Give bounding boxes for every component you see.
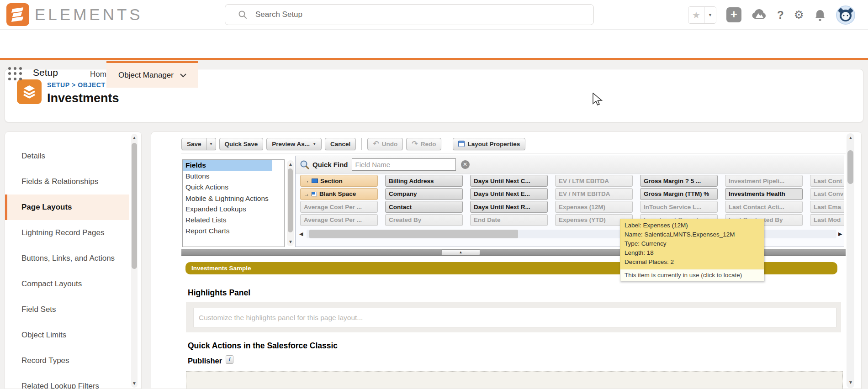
field-item[interactable]: Contact: [385, 201, 463, 213]
field-item-label: Last Contact Acti...: [729, 204, 784, 210]
field-item[interactable]: Gross Margin ? 5 ...: [640, 175, 718, 187]
favorites-star-icon[interactable]: ★: [688, 7, 704, 23]
field-item[interactable]: Company: [385, 188, 463, 200]
info-icon[interactable]: i: [226, 355, 233, 364]
field-item[interactable]: Days Until Next C...: [470, 175, 548, 187]
editor-toolbar: Save ▼ Quick Save Preview As...▼ Cancel …: [181, 136, 525, 152]
chevron-down-icon: [180, 74, 186, 78]
main-scrollbar-thumb[interactable]: [847, 150, 853, 184]
field-item[interactable]: Last Cont: [810, 175, 844, 187]
field-item[interactable]: Days Until Next E...: [470, 188, 548, 200]
sidebar-item-buttons-links-and-actions[interactable]: Buttons, Links, and Actions: [5, 246, 129, 271]
save-button[interactable]: Save: [181, 138, 207, 150]
grid-hscrollbar-thumb[interactable]: [309, 230, 518, 238]
field-item[interactable]: Billing Address: [385, 175, 463, 187]
main-scroll-up-icon[interactable]: ▲: [847, 136, 854, 140]
field-tooltip: Label: Expenses (12M)Name: SalenticaLMNT…: [620, 219, 764, 281]
palette-category-related-lists[interactable]: Related Lists: [183, 215, 272, 226]
publisher-label: Publisher: [188, 357, 222, 365]
highlights-panel-zone[interactable]: [186, 302, 841, 332]
app-launcher-icon[interactable]: [8, 67, 23, 81]
highlights-panel-title: Highlights Panel: [188, 288, 250, 298]
field-item[interactable]: Last Conv: [810, 188, 844, 200]
field-item[interactable]: Last Mod: [810, 214, 844, 226]
sidebar-item-page-layouts[interactable]: Page Layouts: [5, 194, 129, 220]
field-tooltip-footer[interactable]: This item is currently in use (click to …: [620, 269, 764, 281]
field-item[interactable]: Average Cost Per ...: [300, 214, 378, 226]
sidebar-item-details[interactable]: Details: [5, 143, 129, 169]
sidebar-item-lightning-record-pages[interactable]: Lightning Record Pages: [5, 220, 129, 246]
palette-category-quick-actions[interactable]: Quick Actions: [183, 182, 272, 193]
sidebar-item-record-types[interactable]: Record Types: [5, 348, 129, 373]
field-item[interactable]: End Date: [470, 214, 548, 226]
favorites-control: ★ ▼: [688, 6, 716, 24]
splitter-collapse-button[interactable]: ▲: [441, 249, 480, 255]
blank-space-icon: [312, 192, 317, 196]
field-item[interactable]: Expenses (12M): [555, 201, 633, 213]
highlights-panel-input[interactable]: [193, 308, 836, 327]
sidebar-item-compact-layouts[interactable]: Compact Layouts: [5, 271, 129, 297]
palette-category-buttons[interactable]: Buttons: [183, 171, 272, 182]
user-avatar[interactable]: [836, 5, 855, 25]
palette-scrollbar-thumb[interactable]: [288, 168, 293, 232]
field-item[interactable]: Created By: [385, 214, 463, 226]
field-item[interactable]: Investments Health: [725, 188, 803, 200]
field-item[interactable]: Investment Pipeli...: [725, 175, 803, 187]
field-item[interactable]: EV / NTM EBITDA: [555, 188, 633, 200]
global-search[interactable]: Search Setup: [225, 4, 594, 25]
palette-category-mobile-lightning-actions[interactable]: Mobile & Lightning Actions: [183, 193, 272, 204]
field-item[interactable]: Average Cost Per ...: [300, 201, 378, 213]
redo-button[interactable]: ↷Redo: [406, 138, 441, 150]
tab-object-manager[interactable]: Object Manager: [106, 61, 198, 88]
cancel-button[interactable]: Cancel: [325, 138, 356, 150]
field-item[interactable]: Last Contact Acti...: [725, 201, 803, 213]
sidebar-scrollbar-thumb[interactable]: [132, 143, 137, 269]
field-item-label: Expenses (YTD): [559, 216, 606, 223]
field-tooltip-body: Label: Expenses (12M)Name: SalenticaLMNT…: [620, 219, 764, 269]
setup-gear-icon[interactable]: ⚙: [794, 8, 804, 21]
palette-category-report-charts[interactable]: Report Charts: [183, 226, 272, 237]
field-item[interactable]: Gross Margin (TTM) %: [640, 188, 718, 200]
field-item-label: Days Until Next E...: [474, 190, 530, 197]
field-item-label: Days Until Next R...: [474, 204, 530, 210]
tab-object-manager-label: Object Manager: [118, 71, 174, 80]
quick-create-plus-icon[interactable]: +: [726, 7, 741, 22]
trailhead-cloud-icon[interactable]: [752, 9, 767, 21]
preview-as-button[interactable]: Preview As...▼: [266, 138, 322, 150]
field-item[interactable]: →Blank Space: [300, 188, 378, 200]
grid-scroll-right-icon[interactable]: ▶: [838, 231, 842, 237]
field-item[interactable]: →Section: [300, 175, 378, 187]
quick-save-button[interactable]: Quick Save: [219, 138, 264, 150]
sidebar-scroll-up-icon[interactable]: ▲: [131, 136, 138, 140]
save-dropdown-icon[interactable]: ▼: [207, 138, 216, 150]
field-item[interactable]: Last Ema: [810, 201, 844, 213]
quick-find-input[interactable]: [352, 158, 456, 171]
field-item[interactable]: Days Until Next R...: [470, 201, 548, 213]
sidebar-item-related-lookup-filters[interactable]: Related Lookup Filters: [5, 373, 129, 389]
undo-button[interactable]: ↶Undo: [367, 138, 403, 150]
quick-actions-dropzone[interactable]: [186, 371, 843, 389]
palette-category-expanded-lookups[interactable]: Expanded Lookups: [183, 204, 272, 215]
layout-properties-button[interactable]: Layout Properties: [453, 138, 525, 150]
field-item[interactable]: InTouch Service L...: [640, 201, 718, 213]
field-item-label: Contact: [389, 204, 412, 210]
notifications-bell-icon[interactable]: [814, 9, 826, 21]
sidebar-item-fields-relationships[interactable]: Fields & Relationships: [5, 169, 129, 194]
help-icon[interactable]: ?: [777, 9, 784, 21]
favorites-dropdown-icon[interactable]: ▼: [704, 7, 716, 23]
drag-arrow-icon: →: [304, 191, 309, 197]
sidebar-item-object-limits[interactable]: Object Limits: [5, 322, 129, 348]
quick-find-clear-icon[interactable]: ✕: [461, 160, 470, 169]
palette-scroll-up-icon[interactable]: ▲: [287, 162, 294, 167]
palette-category-fields[interactable]: Fields: [183, 160, 272, 171]
main-scroll-down-icon[interactable]: ▼: [847, 380, 854, 385]
layout-name: Investments Sample: [191, 265, 251, 272]
elements-logo-icon[interactable]: [6, 3, 29, 26]
grid-scroll-left-icon[interactable]: ◀: [299, 231, 303, 237]
field-item[interactable]: EV / LTM EBITDA: [555, 175, 633, 187]
sidebar-scroll-down-icon[interactable]: ▼: [131, 381, 138, 386]
palette-scroll-down-icon[interactable]: ▼: [287, 240, 294, 244]
field-item-label: Expenses (12M): [559, 204, 605, 210]
sidebar-item-field-sets[interactable]: Field Sets: [5, 297, 129, 322]
palette-category-list: FieldsButtonsQuick ActionsMobile & Light…: [182, 159, 285, 247]
